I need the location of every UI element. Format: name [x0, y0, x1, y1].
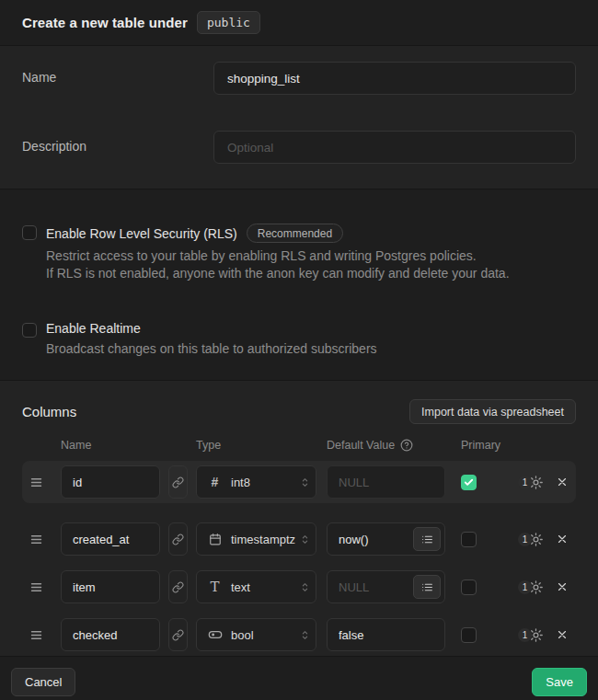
foreign-key-link-icon[interactable]	[168, 618, 188, 651]
column-type-value: bool	[231, 628, 299, 642]
settings-count-badge: 1	[518, 476, 532, 489]
header-primary: Primary	[461, 439, 500, 452]
column-name-input[interactable]	[61, 522, 160, 556]
column-settings-button[interactable]: 1	[518, 475, 544, 490]
column-name-input[interactable]	[61, 570, 160, 603]
rls-description-line1: Restrict access to your table by enablin…	[46, 247, 576, 265]
schema-badge: public	[197, 11, 260, 34]
chevron-up-down-icon	[299, 629, 311, 641]
column-settings-button[interactable]: 1	[518, 532, 544, 547]
column-name-input[interactable]	[61, 618, 160, 651]
table-options-section: Enable Row Level Security (RLS) Recommen…	[0, 189, 598, 381]
remove-column-icon[interactable]	[556, 533, 569, 545]
panel-footer: Cancel Save	[0, 656, 598, 700]
columns-title: Columns	[22, 404, 76, 419]
columns-rows: # int8 1	[0, 461, 598, 656]
panel-header: Create a new table under public	[0, 0, 598, 46]
create-table-panel: Create a new table under public Name Des…	[0, 0, 598, 700]
primary-checkbox[interactable]	[461, 475, 477, 490]
foreign-key-link-icon[interactable]	[168, 570, 188, 603]
column-name-input[interactable]	[61, 465, 160, 499]
column-row: timestamptz 1	[22, 518, 576, 560]
header-default-value: Default Value	[327, 439, 395, 452]
rls-checkbox[interactable]	[22, 225, 37, 240]
settings-count-badge: 1	[518, 580, 532, 594]
table-name-input[interactable]	[213, 62, 576, 95]
default-value-cell	[327, 618, 445, 651]
cancel-button[interactable]: Cancel	[11, 668, 75, 696]
primary-checkbox[interactable]	[461, 580, 477, 595]
realtime-description: Broadcast changes on this table to autho…	[46, 340, 576, 358]
calendar-icon	[207, 533, 223, 545]
rls-label: Enable Row Level Security (RLS)	[46, 226, 237, 241]
primary-checkbox[interactable]	[461, 627, 477, 643]
chevron-up-down-icon	[299, 476, 311, 488]
description-row: Description	[22, 131, 576, 164]
settings-count-badge: 1	[518, 628, 532, 642]
column-settings-button[interactable]: 1	[518, 580, 544, 595]
column-type-select[interactable]: T text	[196, 570, 316, 603]
rls-option-body: Enable Row Level Security (RLS) Recommen…	[46, 224, 576, 282]
realtime-label: Enable Realtime	[46, 321, 141, 336]
header-type: Type	[196, 439, 327, 452]
column-type-value: text	[231, 580, 299, 594]
primary-checkbox[interactable]	[461, 532, 477, 547]
default-value-input[interactable]	[327, 618, 445, 651]
realtime-option-body: Enable Realtime Broadcast changes on thi…	[46, 321, 576, 358]
remove-column-icon[interactable]	[556, 628, 569, 641]
default-value-input[interactable]	[327, 465, 445, 499]
hash-icon: #	[207, 475, 223, 489]
name-row: Name	[22, 62, 576, 95]
default-value-cell	[327, 465, 445, 499]
default-value-cell	[327, 522, 445, 556]
column-type-select[interactable]: # int8	[196, 465, 316, 499]
column-settings-button[interactable]: 1	[518, 627, 544, 643]
remove-column-icon[interactable]	[556, 476, 569, 488]
column-type-value: int8	[231, 476, 299, 489]
description-label: Description	[22, 131, 213, 164]
name-label: Name	[22, 62, 213, 95]
column-type-select[interactable]: timestamptz	[196, 522, 316, 556]
table-description-input[interactable]	[213, 131, 576, 164]
help-circle-icon[interactable]	[400, 439, 413, 452]
foreign-key-link-icon[interactable]	[168, 522, 188, 556]
save-button[interactable]: Save	[532, 668, 587, 696]
columns-table-headers: Name Type Default Value Primary	[61, 439, 576, 452]
columns-section: Columns Import data via spreadsheet Name…	[0, 381, 598, 656]
chevron-up-down-icon	[299, 534, 311, 545]
realtime-checkbox[interactable]	[22, 323, 37, 338]
header-name: Name	[61, 439, 196, 452]
column-row: bool 1	[22, 614, 576, 656]
suggestions-list-icon[interactable]	[413, 575, 441, 599]
recommended-badge: Recommended	[247, 224, 343, 243]
suggestions-list-icon[interactable]	[413, 527, 441, 551]
drag-handle-icon[interactable]	[29, 628, 44, 642]
remove-column-icon[interactable]	[556, 580, 569, 593]
column-type-value: timestamptz	[231, 533, 299, 546]
column-type-select[interactable]: bool	[196, 618, 316, 651]
drag-handle-icon[interactable]	[29, 580, 44, 594]
table-details-section: Name Description	[0, 46, 598, 189]
realtime-option: Enable Realtime Broadcast changes on thi…	[22, 321, 576, 358]
import-spreadsheet-button[interactable]: Import data via spreadsheet	[409, 399, 576, 424]
column-row: T text 1	[22, 566, 576, 608]
drag-handle-icon[interactable]	[29, 476, 44, 489]
settings-count-badge: 1	[518, 533, 532, 546]
panel-title: Create a new table under	[22, 15, 188, 30]
default-value-cell	[327, 570, 445, 603]
toggle-icon	[207, 627, 223, 642]
foreign-key-link-icon[interactable]	[168, 465, 188, 499]
drag-handle-icon[interactable]	[29, 533, 44, 546]
column-row: # int8 1	[22, 461, 576, 503]
chevron-up-down-icon	[299, 581, 311, 593]
text-icon: T	[207, 579, 223, 595]
rls-option: Enable Row Level Security (RLS) Recommen…	[22, 224, 576, 282]
rls-description-line2: If RLS is not enabled, anyone with the a…	[46, 265, 576, 282]
